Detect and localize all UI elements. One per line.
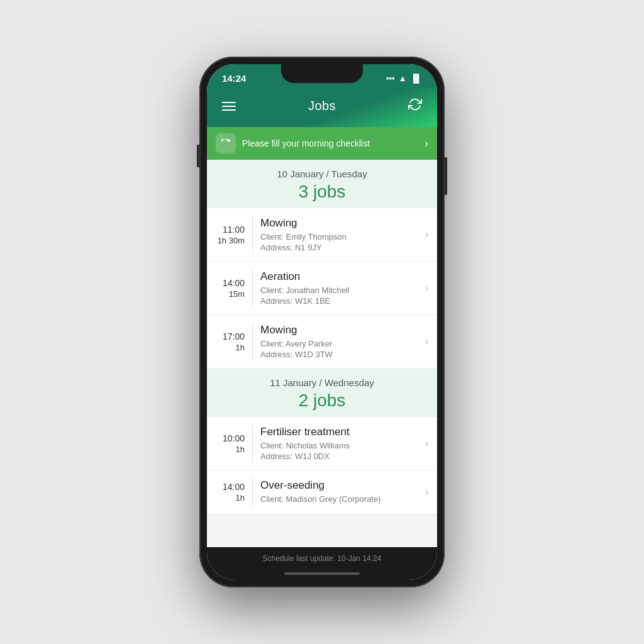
job-time-3: 17:00 1h — [207, 315, 252, 368]
job-arrow-1: › — [425, 208, 437, 261]
job-client-1: Client: Emily Thompson — [260, 232, 418, 242]
wifi-icon: ▲ — [399, 74, 407, 83]
checklist-arrow-icon: › — [425, 137, 428, 150]
phone-frame: 14:24 ▪▪▪ ▲ ▐▌ Jobs — [199, 57, 445, 587]
job-name-2: Aeration — [260, 270, 418, 283]
app-header: Jobs — [207, 87, 437, 127]
job-client-4: Client: Nicholas Williams — [260, 441, 418, 450]
job-time-5: 14:00 1h — [207, 470, 252, 514]
refresh-icon — [408, 100, 422, 114]
job-name-5: Over-seeding — [260, 479, 418, 492]
job-item-5[interactable]: 14:00 1h Over-seeding Client: Madison Gr… — [207, 470, 437, 514]
job-duration-2: 15m — [229, 289, 245, 299]
job-arrow-2: › — [425, 262, 437, 314]
job-name-3: Mowing — [260, 324, 418, 336]
job-details-2: Aeration Client: Jonathan Mitchell Addre… — [253, 262, 425, 314]
status-time: 14:24 — [222, 73, 246, 84]
job-name-1: Mowing — [260, 217, 418, 230]
job-address-2: Address: W1K 1BE — [260, 296, 418, 306]
job-time-main-2: 14:00 — [223, 278, 245, 288]
phone-screen: 14:24 ▪▪▪ ▲ ▐▌ Jobs — [207, 64, 437, 580]
refresh-button[interactable] — [406, 95, 425, 117]
job-item-3[interactable]: 17:00 1h Mowing Client: Avery Parker Add… — [207, 315, 437, 369]
job-item-4[interactable]: 10:00 1h Fertiliser treatment Client: Ni… — [207, 417, 437, 470]
status-icons: ▪▪▪ ▲ ▐▌ — [386, 74, 422, 83]
day-title-2: 11 January / Wednesday — [219, 377, 425, 388]
checklist-icon — [216, 133, 236, 153]
job-time-4: 10:00 1h — [207, 417, 252, 470]
job-arrow-5: › — [425, 470, 437, 514]
day-header-2: 11 January / Wednesday 2 jobs — [207, 369, 437, 417]
job-address-4: Address: W1J 0DX — [260, 452, 418, 461]
day-title-1: 10 January / Tuesday — [219, 169, 425, 179]
job-time-1: 11:00 1h 30m — [207, 208, 252, 261]
job-client-5: Client: Madison Grey (Corporate) — [260, 494, 418, 504]
job-details-3: Mowing Client: Avery Parker Address: W1D… — [253, 315, 425, 368]
checklist-banner[interactable]: Please fill your morning checklist › — [207, 127, 437, 160]
job-address-3: Address: W1D 3TW — [260, 350, 418, 359]
job-details-5: Over-seeding Client: Madison Grey (Corpo… — [253, 470, 425, 514]
job-time-main-4: 10:00 — [223, 433, 245, 443]
job-time-2: 14:00 15m — [207, 262, 252, 314]
job-details-1: Mowing Client: Emily Thompson Address: N… — [253, 208, 425, 261]
camera-checklist-icon — [220, 138, 231, 149]
job-client-3: Client: Avery Parker — [260, 339, 418, 348]
job-name-4: Fertiliser treatment — [260, 426, 418, 438]
job-item-1[interactable]: 11:00 1h 30m Mowing Client: Emily Thomps… — [207, 208, 437, 262]
day-header-1: 10 January / Tuesday 3 jobs — [207, 160, 437, 208]
notch — [281, 64, 363, 83]
day-jobs-count-1: 3 jobs — [219, 182, 425, 202]
job-duration-1: 1h 30m — [218, 236, 245, 245]
home-indicator — [207, 567, 437, 580]
job-duration-3: 1h — [236, 343, 245, 352]
job-client-2: Client: Jonathan Mitchell — [260, 286, 418, 295]
job-duration-5: 1h — [236, 493, 245, 502]
job-time-main-5: 14:00 — [223, 482, 245, 492]
job-details-4: Fertiliser treatment Client: Nicholas Wi… — [253, 417, 425, 470]
job-time-main-1: 11:00 — [223, 225, 245, 235]
battery-icon: ▐▌ — [411, 74, 422, 83]
job-item-2[interactable]: 14:00 15m Aeration Client: Jonathan Mitc… — [207, 262, 437, 315]
job-address-1: Address: N1 9JY — [260, 243, 418, 252]
job-duration-4: 1h — [236, 445, 245, 454]
job-time-main-3: 17:00 — [223, 331, 245, 341]
day-jobs-count-2: 2 jobs — [219, 391, 425, 411]
footer-update-text: Schedule last update: 10-Jan 14:24 — [263, 554, 382, 563]
menu-icon — [222, 102, 236, 111]
header-title: Jobs — [308, 99, 336, 113]
home-bar — [284, 572, 360, 575]
menu-button[interactable] — [219, 99, 238, 113]
jobs-scroll-area[interactable]: 10 January / Tuesday 3 jobs 11:00 1h 30m… — [207, 160, 437, 547]
app-footer: Schedule last update: 10-Jan 14:24 — [207, 547, 437, 567]
signal-icon: ▪▪▪ — [386, 74, 395, 83]
checklist-text: Please fill your morning checklist — [242, 138, 418, 148]
job-arrow-3: › — [425, 315, 437, 368]
job-arrow-4: › — [425, 417, 437, 470]
